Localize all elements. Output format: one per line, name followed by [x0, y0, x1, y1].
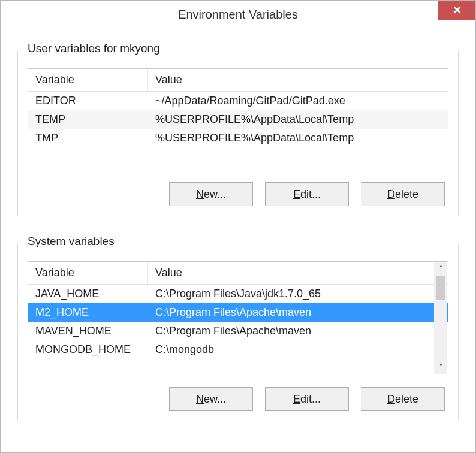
cell-value: C:\Program Files\Java\jdk1.7.0_65: [148, 285, 448, 303]
user-new-button[interactable]: New...: [169, 182, 253, 206]
cell-value: %USERPROFILE%\AppData\Local\Temp: [148, 110, 448, 129]
cell-value: ~/AppData/Roaming/GitPad/GitPad.exe: [148, 92, 448, 110]
table-row[interactable]: MONGODB_HOMEC:\mongodb: [28, 340, 448, 359]
system-edit-button[interactable]: Edit...: [265, 387, 349, 411]
cell-variable: MAVEN_HOME: [28, 322, 148, 340]
cell-variable: TEMP: [28, 110, 148, 129]
list-header: Variable Value: [28, 69, 448, 92]
system-delete-button[interactable]: Delete: [361, 387, 445, 411]
user-variables-list[interactable]: Variable Value EDITOR~/AppData/Roaming/G…: [28, 68, 448, 170]
list-body: EDITOR~/AppData/Roaming/GitPad/GitPad.ex…: [28, 92, 448, 170]
col-header-value[interactable]: Value: [148, 262, 448, 284]
dialog-content: User variables for mkyong Variable Value…: [1, 29, 475, 433]
list-body: JAVA_HOMEC:\Program Files\Java\jdk1.7.0_…: [28, 285, 448, 375]
cell-value: C:\Program Files\Apache\maven: [148, 303, 448, 322]
dialog-title: Environment Variables: [178, 8, 298, 22]
close-button[interactable]: ✕: [438, 1, 475, 20]
user-delete-button[interactable]: Delete: [361, 182, 445, 206]
close-icon: ✕: [453, 4, 462, 17]
col-header-variable[interactable]: Variable: [28, 262, 148, 284]
table-row[interactable]: JAVA_HOMEC:\Program Files\Java\jdk1.7.0_…: [28, 285, 448, 303]
table-row[interactable]: TMP%USERPROFILE%\AppData\Local\Temp: [28, 129, 448, 147]
scrollbar[interactable]: ˄ ˅: [434, 262, 447, 374]
user-edit-button[interactable]: Edit...: [265, 182, 349, 206]
cell-variable: TMP: [28, 129, 148, 147]
cell-value: C:\mongodb: [148, 340, 448, 359]
system-buttons-row: New... Edit... Delete: [28, 387, 448, 411]
system-variables-list[interactable]: Variable Value JAVA_HOMEC:\Program Files…: [28, 261, 448, 375]
cell-variable: EDITOR: [28, 92, 148, 110]
table-row[interactable]: TEMP%USERPROFILE%\AppData\Local\Temp: [28, 110, 448, 129]
user-buttons-row: New... Edit... Delete: [28, 182, 448, 206]
cell-value: %USERPROFILE%\AppData\Local\Temp: [148, 129, 448, 147]
table-row[interactable]: MAVEN_HOMEC:\Program Files\Apache\maven: [28, 322, 448, 340]
titlebar: Environment Variables ✕: [1, 1, 475, 29]
user-group-label: User variables for mkyong: [24, 42, 164, 55]
cell-variable: M2_HOME: [28, 303, 148, 322]
system-new-button[interactable]: New...: [169, 387, 253, 411]
table-row[interactable]: EDITOR~/AppData/Roaming/GitPad/GitPad.ex…: [28, 92, 448, 110]
table-row[interactable]: M2_HOMEC:\Program Files\Apache\maven: [28, 303, 448, 322]
user-variables-group: User variables for mkyong Variable Value…: [17, 50, 459, 216]
col-header-variable[interactable]: Variable: [28, 69, 148, 91]
system-group-label: System variables: [24, 235, 118, 248]
scroll-thumb[interactable]: [436, 276, 445, 300]
cell-variable: MONGODB_HOME: [28, 340, 148, 359]
env-vars-dialog: Environment Variables ✕ User variables f…: [0, 0, 476, 453]
list-header: Variable Value: [28, 262, 448, 285]
system-variables-group: System variables Variable Value JAVA_HOM…: [17, 243, 459, 421]
col-header-value[interactable]: Value: [148, 69, 448, 91]
scroll-down-icon[interactable]: ˅: [434, 361, 447, 374]
scroll-up-icon[interactable]: ˄: [434, 262, 447, 276]
cell-variable: JAVA_HOME: [28, 285, 148, 303]
cell-value: C:\Program Files\Apache\maven: [148, 322, 448, 340]
